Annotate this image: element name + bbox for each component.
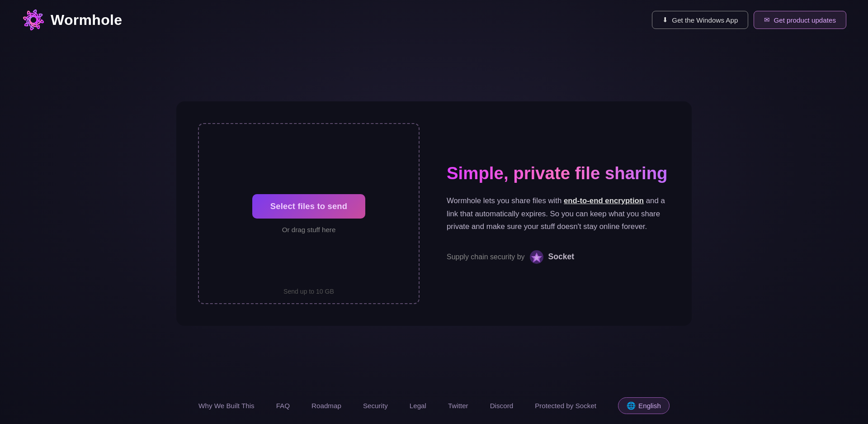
footer: Why We Built This FAQ Roadmap Security L…: [0, 387, 868, 424]
logo-icon: [22, 8, 45, 32]
file-drop-zone[interactable]: Select files to send Or drag stuff here …: [198, 123, 420, 304]
language-label: English: [638, 402, 661, 410]
footer-link-socket[interactable]: Protected by Socket: [535, 402, 596, 410]
info-panel: Simple, private file sharing Wormhole le…: [447, 163, 670, 264]
globe-icon: 🌐: [627, 401, 636, 410]
windows-app-button[interactable]: ⬇ Get the Windows App: [652, 11, 748, 29]
footer-link-roadmap[interactable]: Roadmap: [311, 402, 341, 410]
footer-link-legal[interactable]: Legal: [410, 402, 426, 410]
drag-hint-text: Or drag stuff here: [282, 226, 336, 233]
product-updates-label: Get product updates: [774, 16, 836, 24]
desc-text-1: Wormhole lets you share files with: [447, 196, 564, 205]
footer-link-discord[interactable]: Discord: [490, 402, 513, 410]
header: Wormhole ⬇ Get the Windows App ✉ Get pro…: [0, 0, 868, 40]
socket-prefix: Supply chain security by: [447, 253, 525, 261]
header-actions: ⬇ Get the Windows App ✉ Get product upda…: [652, 11, 846, 29]
footer-link-twitter[interactable]: Twitter: [448, 402, 468, 410]
socket-name: Socket: [548, 252, 575, 262]
product-updates-button[interactable]: ✉ Get product updates: [754, 11, 846, 29]
email-icon: ✉: [764, 16, 770, 24]
size-limit-text: Send up to 10 GB: [283, 288, 334, 295]
socket-badge: Supply chain security by Socket: [447, 250, 670, 264]
footer-link-why[interactable]: Why We Built This: [198, 402, 255, 410]
e2e-link[interactable]: end-to-end encryption: [564, 196, 644, 205]
download-icon: ⬇: [662, 16, 668, 24]
socket-icon: [529, 250, 544, 264]
main-content: Select files to send Or drag stuff here …: [0, 40, 868, 387]
main-card: Select files to send Or drag stuff here …: [176, 101, 692, 326]
logo-text: Wormhole: [51, 12, 122, 29]
windows-app-label: Get the Windows App: [672, 16, 738, 24]
description: Wormhole lets you share files with end-t…: [447, 195, 670, 233]
tagline: Simple, private file sharing: [447, 163, 670, 184]
footer-link-security[interactable]: Security: [363, 402, 388, 410]
logo[interactable]: Wormhole: [22, 8, 122, 32]
footer-link-faq[interactable]: FAQ: [276, 402, 290, 410]
select-files-button[interactable]: Select files to send: [252, 194, 365, 219]
language-button[interactable]: 🌐 English: [618, 397, 670, 414]
